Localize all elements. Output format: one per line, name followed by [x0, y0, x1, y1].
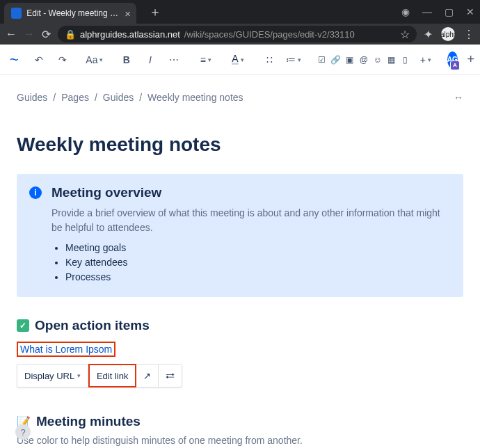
chevron-down-icon: ▾: [241, 56, 244, 63]
list-item: Key attendees: [65, 257, 451, 268]
minutes-subtext: Use color to help distinguish minutes of…: [17, 435, 463, 446]
edit-link-button[interactable]: Edit link: [88, 364, 137, 387]
chevron-down-icon: ▾: [298, 56, 301, 63]
plus-icon: +: [420, 54, 426, 65]
emoji-icon[interactable]: ☺: [371, 49, 385, 71]
tab-title: Edit - Weekly meeting notes - Gu: [26, 8, 119, 18]
breadcrumb-separator: /: [53, 92, 56, 103]
breadcrumb-collapse-icon[interactable]: ↔: [454, 92, 463, 103]
display-url-dropdown[interactable]: Display URL ▾: [17, 364, 88, 387]
page-title[interactable]: Weekly meeting notes: [17, 134, 463, 156]
panel-text: Provide a brief overview of what this me…: [51, 206, 451, 235]
list-item: Processes: [65, 271, 451, 282]
insert-more-dropdown[interactable]: + ▾: [415, 49, 436, 71]
section-heading-label: Open action items: [35, 318, 150, 333]
text-style-label: Aa: [86, 54, 97, 65]
breadcrumb-item[interactable]: Guides: [103, 92, 134, 103]
collaborator-avatar[interactable]: AG: [447, 51, 458, 68]
text-color-label: A: [232, 54, 238, 65]
text-color-dropdown[interactable]: A ▾: [227, 49, 248, 71]
help-button[interactable]: ?: [15, 424, 31, 440]
window-close-icon[interactable]: ✕: [466, 6, 474, 17]
chevron-down-icon: ▾: [208, 56, 211, 63]
lock-icon: 🔒: [65, 29, 76, 40]
list-item: Meeting goals: [65, 242, 451, 253]
section-heading-action-items[interactable]: ✓ Open action items: [17, 318, 463, 333]
new-tab-button[interactable]: ＋: [149, 3, 161, 20]
display-url-label: Display URL: [24, 371, 74, 381]
section-heading-label: Meeting minutes: [36, 414, 141, 429]
list-dropdown[interactable]: ≔▾: [283, 49, 304, 71]
mention-icon[interactable]: @: [357, 49, 371, 71]
table-icon[interactable]: ▦: [385, 49, 399, 71]
selected-hyperlink[interactable]: What is Lorem Ipsom: [17, 342, 115, 357]
chevron-down-icon: ▾: [77, 372, 81, 379]
bookmark-icon[interactable]: ☆: [400, 28, 410, 41]
open-link-button[interactable]: ↗: [136, 364, 159, 387]
breadcrumb-separator: /: [139, 92, 142, 103]
insert-shortcut-group: ☑ 🔗 ▣ @ ☺ ▦ ▯: [315, 49, 413, 71]
browser-tab[interactable]: Edit - Weekly meeting notes - Gu ×: [4, 3, 136, 24]
reload-button[interactable]: ⟳: [42, 28, 51, 41]
bullet-list-button[interactable]: ∷: [259, 49, 280, 71]
breadcrumb-separator: /: [95, 92, 97, 103]
record-icon[interactable]: ◉: [401, 6, 410, 17]
italic-button[interactable]: I: [140, 49, 161, 71]
favicon-icon: [11, 8, 22, 19]
forward-button[interactable]: →: [24, 28, 35, 40]
tab-close-icon[interactable]: ×: [125, 8, 131, 19]
url-path: /wiki/spaces/GUIDES/pages/edit-v2/33110: [184, 29, 355, 40]
text-style-dropdown[interactable]: Aa ▾: [84, 49, 105, 71]
info-panel[interactable]: i Meeting overview Provide a brief overv…: [17, 174, 463, 297]
browser-menu-icon[interactable]: ⋮: [463, 28, 474, 41]
minimize-icon[interactable]: —: [422, 6, 432, 17]
extensions-icon[interactable]: ✦: [424, 28, 433, 41]
link-floating-toolbar: Display URL ▾ Edit link ↗ ⮂: [17, 364, 182, 387]
back-button[interactable]: ←: [6, 28, 17, 40]
profile-avatar-icon[interactable]: alphr: [441, 27, 455, 41]
editor-toolbar: ~ ↶ ↷ Aa ▾ B I ⋯ ≡▾ A ▾ ∷ ≔▾ ☑ 🔗 ▣ @ ☺ ▦…: [0, 45, 480, 75]
panel-heading: Meeting overview: [51, 185, 451, 200]
link-icon[interactable]: 🔗: [329, 49, 343, 71]
image-icon[interactable]: ▣: [343, 49, 357, 71]
undo-button[interactable]: ↶: [29, 49, 49, 71]
section-heading-minutes[interactable]: 📝 Meeting minutes: [17, 414, 463, 429]
more-formatting-button[interactable]: ⋯: [163, 49, 184, 71]
bold-button[interactable]: B: [116, 49, 137, 71]
confluence-logo-icon[interactable]: ~: [10, 51, 19, 69]
breadcrumb-item[interactable]: Weekly meeting notes: [147, 92, 243, 103]
breadcrumb-item[interactable]: Pages: [61, 92, 89, 103]
url-host: alphrguides.atlassian.net: [80, 29, 180, 40]
chevron-down-icon: ▾: [428, 56, 431, 63]
address-bar[interactable]: 🔒 alphrguides.atlassian.net/wiki/spaces/…: [58, 26, 417, 42]
breadcrumb: Guides / Pages / Guides / Weekly meeting…: [17, 92, 463, 103]
maximize-icon[interactable]: ▢: [445, 6, 454, 17]
invite-button[interactable]: +: [461, 49, 480, 71]
action-item-icon[interactable]: ☑: [315, 49, 329, 71]
breadcrumb-item[interactable]: Guides: [17, 92, 47, 103]
redo-button[interactable]: ↷: [52, 49, 73, 71]
layout-icon[interactable]: ▯: [399, 49, 413, 71]
align-dropdown[interactable]: ≡▾: [195, 49, 216, 71]
info-icon: i: [29, 186, 42, 199]
checkmark-icon: ✓: [17, 319, 29, 332]
panel-list: Meeting goals Key attendees Processes: [51, 242, 451, 282]
chevron-down-icon: ▾: [99, 56, 103, 63]
unlink-button[interactable]: ⮂: [159, 364, 182, 387]
